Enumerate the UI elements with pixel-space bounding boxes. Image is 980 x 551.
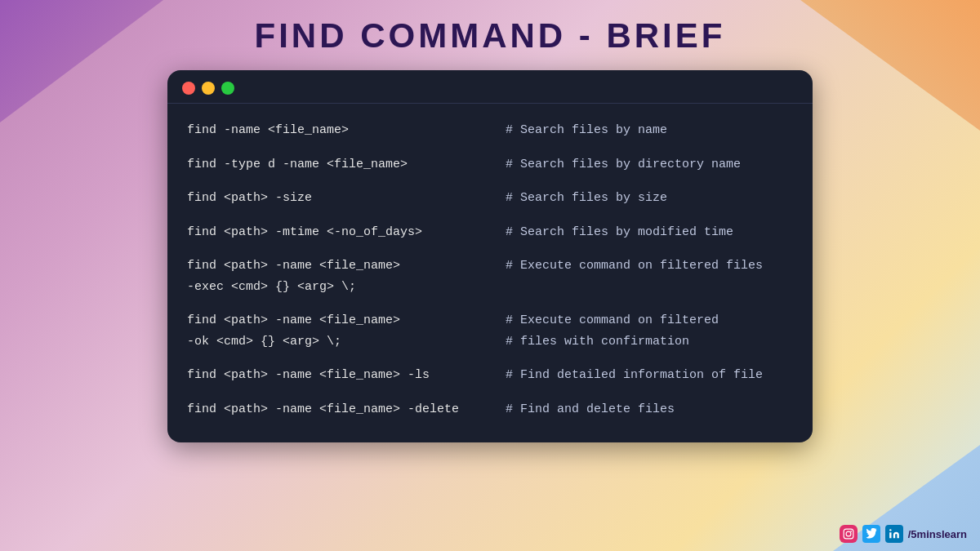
table-row: find <path> -name <file_name> -ls# Find … [187,358,793,393]
svg-point-2 [850,531,852,532]
comment-text: # Execute command on filtered files [497,256,793,277]
command-text: find -name <file_name> [187,120,497,141]
comment-text: # Execute command on filtered # files wi… [497,310,793,352]
maximize-button-icon[interactable] [221,82,234,95]
table-row: find <path> -size# Search files by size [187,181,793,216]
table-row: find <path> -mtime <-no_of_days># Search… [187,216,793,250]
twitter-icon[interactable] [862,525,880,543]
page-wrapper: FIND COMMAND - BRIEF find -name <file_na… [0,0,980,551]
command-text: find <path> -mtime <-no_of_days> [187,222,497,243]
linkedin-icon[interactable] [885,525,903,543]
comment-text: # Find detailed information of file [497,365,793,386]
terminal-header [167,70,813,104]
table-row: find -type d -name <file_name># Search f… [187,148,793,182]
instagram-icon[interactable] [840,525,858,543]
svg-point-3 [889,529,891,531]
comment-text: # Search files by modified time [497,222,793,243]
command-text: find <path> -name <file_name> -ok <cmd> … [187,310,497,352]
command-text: find <path> -name <file_name> -delete [187,399,497,420]
table-row: find <path> -name <file_name> -delete# F… [187,393,793,427]
svg-rect-0 [844,529,853,539]
command-text: find <path> -size [187,188,497,209]
comment-text: # Find and delete files [497,399,793,420]
page-title: FIND COMMAND - BRIEF [255,16,726,56]
svg-point-1 [846,531,851,536]
minimize-button-icon[interactable] [202,82,215,95]
table-row: find <path> -name <file_name> -ok <cmd> … [187,304,793,358]
table-row: find <path> -name <file_name> -exec <cmd… [187,249,793,304]
command-text: find <path> -name <file_name> -ls [187,365,497,386]
command-text: find <path> -name <file_name> -exec <cmd… [187,256,497,297]
comment-text: # Search files by name [497,120,793,141]
terminal-body: find -name <file_name># Search files by … [167,107,813,426]
table-row: find -name <file_name># Search files by … [187,113,793,148]
social-bar: /5minslearn [840,525,967,543]
comment-text: # Search files by size [497,188,793,209]
close-button-icon[interactable] [182,82,195,95]
command-text: find -type d -name <file_name> [187,154,497,176]
social-handle: /5minslearn [908,528,967,540]
comment-text: # Search files by directory name [497,154,793,176]
terminal-window: find -name <file_name># Search files by … [167,70,813,442]
